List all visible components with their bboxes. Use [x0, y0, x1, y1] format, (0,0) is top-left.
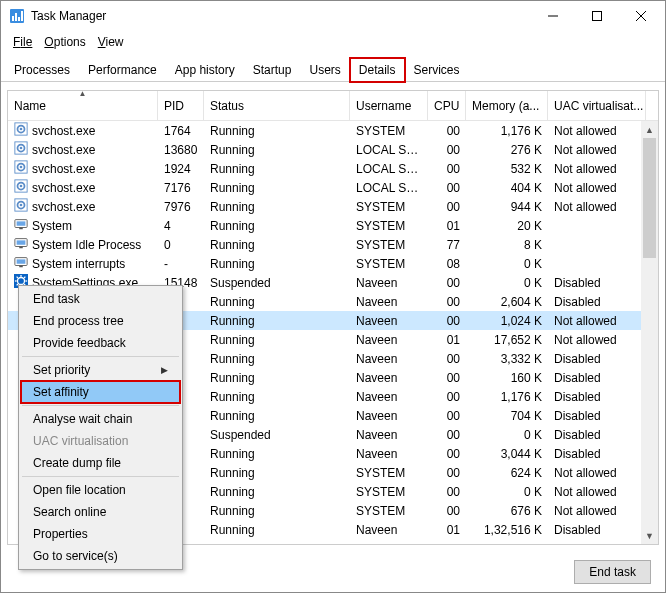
column-header-username[interactable]: Username: [350, 91, 428, 120]
vertical-scrollbar[interactable]: ▲ ▼: [641, 121, 658, 544]
scroll-down-icon[interactable]: ▼: [641, 527, 658, 544]
cell-username: Naveen: [350, 332, 428, 348]
cell-uac: Not allowed: [548, 142, 646, 158]
cell-memory: 1,32,516 K: [466, 522, 548, 538]
process-icon: [14, 198, 28, 215]
column-header-memory[interactable]: Memory (a...: [466, 91, 548, 120]
cell-cpu: 00: [428, 408, 466, 424]
ctx-provide-feedback[interactable]: Provide feedback: [21, 332, 180, 354]
tab-services[interactable]: Services: [405, 58, 469, 82]
table-row[interactable]: svchost.exe1924RunningLOCAL SE...00532 K…: [8, 159, 658, 178]
ctx-uac-virtualisation: UAC virtualisation: [21, 430, 180, 452]
svg-point-17: [20, 166, 23, 169]
menu-view[interactable]: View: [92, 33, 130, 51]
table-row[interactable]: System4RunningSYSTEM0120 K: [8, 216, 658, 235]
cell-cpu: 00: [428, 427, 466, 443]
cell-cpu: 08: [428, 256, 466, 272]
cell-uac: Disabled: [548, 275, 646, 291]
ctx-go-to-services[interactable]: Go to service(s): [21, 545, 180, 567]
ctx-set-affinity[interactable]: Set affinity: [21, 381, 180, 403]
svg-rect-4: [21, 11, 23, 21]
cell-username: Naveen: [350, 522, 428, 538]
svg-rect-3: [18, 17, 20, 21]
cell-status: Running: [204, 446, 350, 462]
tab-details[interactable]: Details: [350, 58, 405, 82]
maximize-button[interactable]: [575, 1, 619, 31]
cell-pid: 1764: [158, 123, 204, 139]
cell-cpu: 00: [428, 446, 466, 462]
menu-options[interactable]: Options: [38, 33, 91, 51]
cell-status: Running: [204, 389, 350, 405]
column-header-uac[interactable]: UAC virtualisat...: [548, 91, 646, 120]
cell-name: svchost.exe: [8, 178, 158, 197]
ctx-properties[interactable]: Properties: [21, 523, 180, 545]
cell-memory: 276 K: [466, 142, 548, 158]
svg-rect-32: [19, 266, 23, 268]
end-task-button[interactable]: End task: [574, 560, 651, 584]
table-row[interactable]: System Idle Process0RunningSYSTEM778 K: [8, 235, 658, 254]
cell-pid: 0: [158, 237, 204, 253]
cell-uac: Disabled: [548, 408, 646, 424]
cell-pid: -: [158, 256, 204, 272]
table-row[interactable]: svchost.exe13680RunningLOCAL SE...00276 …: [8, 140, 658, 159]
tab-performance[interactable]: Performance: [79, 58, 166, 82]
svg-rect-1: [12, 16, 14, 21]
cell-cpu: 01: [428, 522, 466, 538]
cell-cpu: 01: [428, 332, 466, 348]
cell-memory: 3,044 K: [466, 446, 548, 462]
minimize-button[interactable]: [531, 1, 575, 31]
cell-memory: 8 K: [466, 237, 548, 253]
cell-memory: 624 K: [466, 465, 548, 481]
cell-name: svchost.exe: [8, 121, 158, 140]
ctx-end-process-tree[interactable]: End process tree: [21, 310, 180, 332]
scrollbar-thumb[interactable]: [643, 138, 656, 258]
cell-username: SYSTEM: [350, 256, 428, 272]
ctx-analyse-wait-chain[interactable]: Analyse wait chain: [21, 408, 180, 430]
ctx-set-priority[interactable]: Set priority▶: [21, 359, 180, 381]
menu-file[interactable]: File: [7, 33, 38, 51]
close-button[interactable]: [619, 1, 663, 31]
column-header-cpu[interactable]: CPU: [428, 91, 466, 120]
cell-memory: 3,332 K: [466, 351, 548, 367]
cell-username: Naveen: [350, 446, 428, 462]
table-row[interactable]: System interrupts-RunningSYSTEM080 K: [8, 254, 658, 273]
ctx-create-dump-file[interactable]: Create dump file: [21, 452, 180, 474]
cell-uac: Disabled: [548, 351, 646, 367]
table-row[interactable]: svchost.exe1764RunningSYSTEM001,176 KNot…: [8, 121, 658, 140]
scroll-up-icon[interactable]: ▲: [641, 121, 658, 138]
ctx-open-file-location[interactable]: Open file location: [21, 479, 180, 501]
cell-cpu: 00: [428, 275, 466, 291]
cell-uac: Disabled: [548, 427, 646, 443]
column-header-pid[interactable]: PID: [158, 91, 204, 120]
cell-memory: 0 K: [466, 484, 548, 500]
cell-uac: Not allowed: [548, 465, 646, 481]
title-bar: Task Manager: [1, 1, 665, 31]
cell-memory: 20 K: [466, 218, 548, 234]
cell-memory: 404 K: [466, 180, 548, 196]
cell-cpu: 00: [428, 180, 466, 196]
tab-app-history[interactable]: App history: [166, 58, 244, 82]
cell-memory: 676 K: [466, 503, 548, 519]
ctx-search-online[interactable]: Search online: [21, 501, 180, 523]
column-header-name[interactable]: ▲Name: [8, 91, 158, 120]
process-icon: [14, 236, 28, 253]
cell-memory: 1,176 K: [466, 123, 548, 139]
column-header-status[interactable]: Status: [204, 91, 350, 120]
cell-cpu: 00: [428, 161, 466, 177]
cell-uac: Not allowed: [548, 332, 646, 348]
cell-status: Suspended: [204, 275, 350, 291]
window-title: Task Manager: [31, 9, 531, 23]
cell-uac: Disabled: [548, 294, 646, 310]
cell-status: Running: [204, 313, 350, 329]
table-row[interactable]: svchost.exe7176RunningLOCAL SE...00404 K…: [8, 178, 658, 197]
table-row[interactable]: svchost.exe7976RunningSYSTEM00944 KNot a…: [8, 197, 658, 216]
cell-status: Running: [204, 218, 350, 234]
ctx-end-task[interactable]: End task: [21, 288, 180, 310]
cell-memory: 160 K: [466, 370, 548, 386]
cell-pid: 13680: [158, 142, 204, 158]
tab-users[interactable]: Users: [300, 58, 349, 82]
tab-processes[interactable]: Processes: [5, 58, 79, 82]
cell-memory: 1,176 K: [466, 389, 548, 405]
cell-cpu: 00: [428, 370, 466, 386]
tab-startup[interactable]: Startup: [244, 58, 301, 82]
